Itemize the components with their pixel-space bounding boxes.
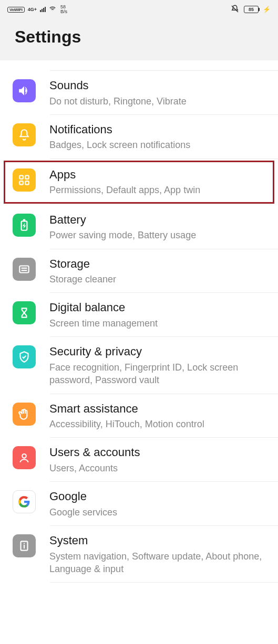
- item-subtitle: Face recognition, Fingerprint ID, Lock s…: [49, 361, 266, 387]
- item-subtitle: Screen time management: [49, 317, 266, 330]
- svg-point-6: [22, 454, 26, 458]
- settings-item-users[interactable]: Users & accounts Users, Accounts: [0, 438, 278, 482]
- item-title: System: [49, 533, 266, 548]
- item-subtitle: System navigation, Software update, Abou…: [49, 550, 266, 576]
- settings-item-security[interactable]: Security & privacy Face recognition, Fin…: [0, 337, 278, 394]
- item-text: Storage Storage cleaner: [49, 257, 266, 286]
- sound-icon: [13, 79, 36, 102]
- item-subtitle: Accessibility, HiTouch, Motion control: [49, 418, 266, 430]
- settings-item-google[interactable]: Google Google services: [0, 482, 278, 526]
- status-right: 85 ⚡: [230, 4, 271, 15]
- battery-icon: [13, 214, 36, 237]
- item-text: Users & accounts Users, Accounts: [49, 445, 266, 474]
- item-text: Google Google services: [49, 489, 266, 519]
- item-title: Notifications: [49, 122, 266, 138]
- shield-icon: [13, 345, 36, 368]
- item-title: Digital balance: [49, 300, 266, 315]
- item-title: Smart assistance: [49, 402, 266, 417]
- header: Settings: [0, 16, 278, 60]
- svg-rect-2: [19, 181, 23, 185]
- charging-icon: ⚡: [263, 6, 271, 13]
- item-text: Security & privacy Face recognition, Fin…: [49, 344, 266, 386]
- google-icon: [13, 490, 36, 513]
- item-text: Smart assistance Accessibility, HiTouch,…: [49, 402, 266, 431]
- signal-bars-icon: [40, 7, 46, 12]
- item-title: Storage: [49, 257, 266, 272]
- speed-unit: B/s: [60, 9, 67, 14]
- item-subtitle: Badges, Lock screen notifications: [49, 139, 266, 151]
- item-text: Notifications Badges, Lock screen notifi…: [49, 122, 266, 152]
- info-icon: [13, 534, 36, 557]
- settings-item-apps[interactable]: Apps Permissions, Default apps, App twin: [3, 160, 275, 204]
- hand-icon: [13, 403, 36, 426]
- settings-list[interactable]: Sounds Do not disturb, Ringtone, Vibrate…: [0, 60, 278, 583]
- item-subtitle: Power saving mode, Battery usage: [49, 229, 266, 241]
- vowifi-badge: VoWiFi: [7, 7, 25, 13]
- item-title: Apps: [49, 167, 266, 183]
- page-title: Settings: [15, 27, 263, 47]
- settings-item-battery[interactable]: Battery Power saving mode, Battery usage: [0, 205, 278, 249]
- hourglass-icon: [13, 301, 36, 324]
- item-title: Users & accounts: [49, 445, 266, 460]
- item-title: Security & privacy: [49, 344, 266, 360]
- network-speed: 58 B/s: [60, 5, 67, 14]
- settings-item-notifications[interactable]: Notifications Badges, Lock screen notifi…: [0, 115, 278, 159]
- svg-rect-0: [19, 175, 23, 179]
- settings-item-storage[interactable]: Storage Storage cleaner: [0, 249, 278, 293]
- item-subtitle: Permissions, Default apps, App twin: [49, 184, 266, 196]
- bell-icon: [13, 123, 36, 146]
- item-text: Apps Permissions, Default apps, App twin: [49, 167, 266, 197]
- item-title: Google: [49, 489, 266, 504]
- svg-rect-1: [25, 175, 28, 179]
- item-text: System System navigation, Software updat…: [49, 533, 266, 575]
- status-bar: VoWiFi 4G+ 58 B/s 85 ⚡: [0, 0, 278, 16]
- item-text: Battery Power saving mode, Battery usage: [49, 213, 266, 242]
- item-text: Digital balance Screen time management: [49, 300, 266, 330]
- item-subtitle: Users, Accounts: [49, 462, 266, 474]
- item-title: Sounds: [49, 78, 266, 93]
- user-icon: [13, 446, 36, 469]
- svg-rect-5: [19, 266, 28, 272]
- item-subtitle: Google services: [49, 506, 266, 519]
- settings-item-sounds[interactable]: Sounds Do not disturb, Ringtone, Vibrate: [0, 71, 278, 115]
- settings-item-system[interactable]: System System navigation, Software updat…: [0, 526, 278, 583]
- mute-icon: [230, 4, 240, 15]
- battery-indicator: 85: [244, 6, 259, 13]
- network-gen: 4G+: [28, 7, 37, 12]
- item-subtitle: Storage cleaner: [49, 273, 266, 286]
- apps-icon: [13, 168, 36, 192]
- storage-icon: [13, 258, 36, 281]
- settings-item-smart-assistance[interactable]: Smart assistance Accessibility, HiTouch,…: [0, 394, 278, 438]
- cutoff-row: [50, 60, 278, 71]
- item-subtitle: Do not disturb, Ringtone, Vibrate: [49, 95, 266, 108]
- svg-rect-3: [25, 181, 28, 185]
- item-text: Sounds Do not disturb, Ringtone, Vibrate: [49, 78, 266, 108]
- status-left: VoWiFi 4G+ 58 B/s: [7, 5, 67, 14]
- item-title: Battery: [49, 213, 266, 228]
- settings-item-digital-balance[interactable]: Digital balance Screen time management: [0, 293, 278, 337]
- wifi-icon: [49, 5, 56, 14]
